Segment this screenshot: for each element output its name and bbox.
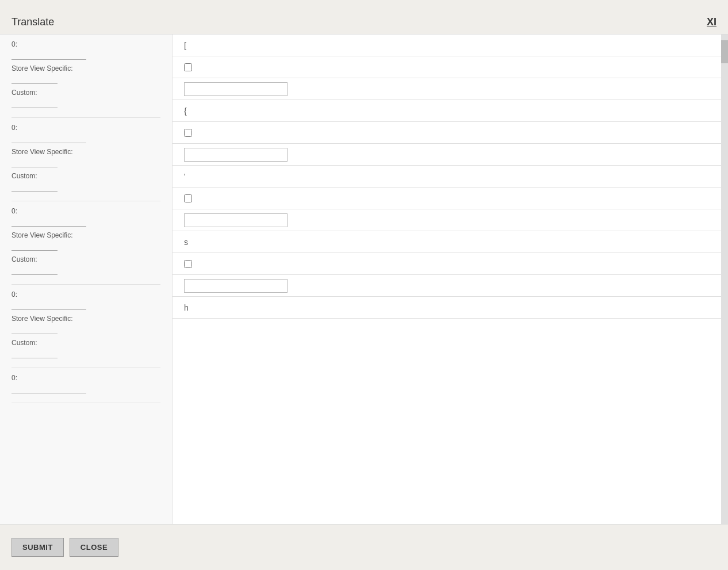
left-field-group-3: 0: Store View Specific: Custom: <box>12 207 160 285</box>
translate-checkbox-5[interactable] <box>184 129 192 137</box>
right-row-9[interactable] <box>173 209 721 231</box>
custom-label-1: Custom: <box>12 89 160 108</box>
right-row-1: [ <box>173 35 721 56</box>
translate-input-12[interactable] <box>184 279 288 293</box>
store-view-label-4: Store View Specific: <box>12 315 160 334</box>
scrollbar-thumb[interactable] <box>721 40 728 63</box>
custom-label-4: Custom: <box>12 339 160 358</box>
right-row-3[interactable] <box>173 78 721 100</box>
char-value-10: s <box>184 238 188 247</box>
right-row-13: h <box>173 297 721 319</box>
translate-title: Translate <box>12 16 54 28</box>
page-wrapper: Translate XI 0: Store View Specific: Cus… <box>0 0 728 570</box>
right-row-10: s <box>173 231 721 253</box>
left-field-group-4: 0: Store View Specific: Custom: <box>12 290 160 368</box>
value-label-4: 0: <box>12 290 160 310</box>
close-button[interactable]: CLOSE <box>70 538 118 557</box>
value-label-2: 0: <box>12 124 160 143</box>
main-content: 0: Store View Specific: Custom: 0: Store… <box>0 35 728 524</box>
translate-checkbox-11[interactable] <box>184 260 192 268</box>
char-value-7: ' <box>184 172 186 181</box>
scrollbar-track[interactable] <box>721 35 728 524</box>
translate-input-3[interactable] <box>184 82 288 96</box>
top-bar <box>0 0 728 10</box>
right-row-8[interactable] <box>173 188 721 209</box>
custom-label-2: Custom: <box>12 172 160 192</box>
right-row-2[interactable] <box>173 56 721 78</box>
left-field-group-2: 0: Store View Specific: Custom: <box>12 124 160 201</box>
translate-input-9[interactable] <box>184 213 288 227</box>
submit-button[interactable]: SUBMIT <box>12 538 64 557</box>
left-field-group-5: 0: <box>12 374 160 403</box>
right-row-5[interactable] <box>173 122 721 144</box>
store-view-label-2: Store View Specific: <box>12 148 160 167</box>
right-row-4: { <box>173 100 721 122</box>
char-value-4: { <box>184 106 187 116</box>
right-panel: [{'sh <box>173 35 721 524</box>
right-row-7: ' <box>173 166 721 188</box>
translate-header: Translate XI <box>0 10 728 35</box>
char-value-1: [ <box>184 41 186 50</box>
translate-checkbox-8[interactable] <box>184 194 192 202</box>
close-x-button[interactable]: XI <box>707 16 716 28</box>
left-field-group-1: 0: Store View Specific: Custom: <box>12 40 160 118</box>
custom-label-3: Custom: <box>12 255 160 275</box>
translate-checkbox-2[interactable] <box>184 63 192 71</box>
value-label-5: 0: <box>12 374 160 393</box>
translate-input-6[interactable] <box>184 148 288 162</box>
right-row-11[interactable] <box>173 253 721 275</box>
value-label-1: 0: <box>12 40 160 60</box>
char-value-13: h <box>184 303 189 312</box>
left-panel: 0: Store View Specific: Custom: 0: Store… <box>0 35 173 524</box>
footer-bar: SUBMIT CLOSE <box>0 524 728 570</box>
store-view-label-1: Store View Specific: <box>12 64 160 84</box>
right-row-12[interactable] <box>173 275 721 297</box>
value-label-3: 0: <box>12 207 160 227</box>
store-view-label-3: Store View Specific: <box>12 231 160 251</box>
right-row-6[interactable] <box>173 144 721 166</box>
